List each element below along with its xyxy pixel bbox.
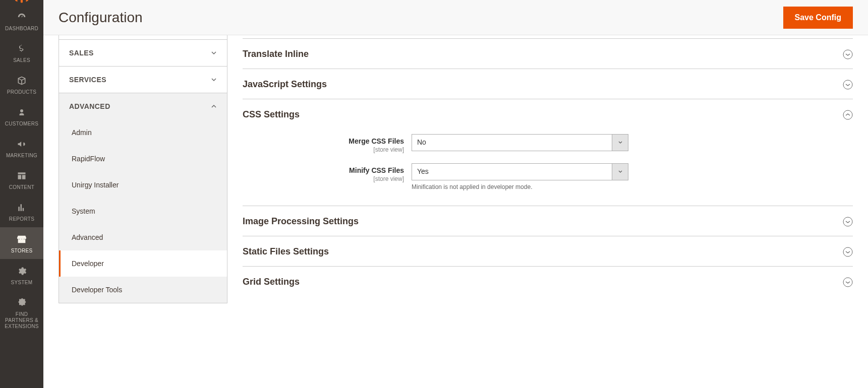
circle-chevron-down-icon [843,247,853,257]
tab-group-label: ADVANCED [69,102,110,110]
nav-stores[interactable]: STORES [0,227,43,259]
store-icon [16,233,28,245]
tab-item-label: Unirgy Installer [72,181,119,189]
section-body-css-settings: Merge CSS Files [store view] No Min [243,129,853,206]
nav-reports[interactable]: REPORTS [0,196,43,227]
svg-point-3 [843,217,852,226]
select-value: Yes [412,164,612,180]
config-tabs: CUSTOMERS SALES SERVICES ADVANCED [59,33,227,303]
tab-item-label: Developer Tools [72,286,122,294]
section-toggle-javascript-settings[interactable]: JavaScript Settings [243,69,853,99]
tab-item-developer[interactable]: Developer [59,250,227,277]
select-minify-css-files[interactable]: Yes [412,163,628,180]
puzzle-icon [16,297,28,309]
circle-chevron-down-icon [843,277,853,287]
section-title: Image Processing Settings [243,216,359,227]
person-icon [16,106,28,118]
tab-item-label: Developer [72,260,104,268]
dollar-icon [16,43,28,55]
circle-chevron-down-icon [843,217,853,227]
nav-marketing[interactable]: MARKETING [0,132,43,164]
nav-label: MARKETING [4,153,39,159]
section-javascript-settings: JavaScript Settings [243,69,853,99]
save-config-button[interactable]: Save Config [783,7,853,29]
field-label: Minify CSS Files [349,166,404,174]
section-css-settings: CSS Settings Merge CSS Files [store view… [243,99,853,206]
nav-sales[interactable]: SALES [0,37,43,69]
tab-item-admin[interactable]: Admin [59,119,227,146]
admin-nav: DASHBOARD SALES PRODUCTS CUSTOMERS MARKE… [0,0,43,388]
section-static-files-settings: Static Files Settings [243,236,853,267]
svg-point-0 [843,50,852,59]
tab-group-label: SALES [69,49,94,57]
nav-label: PRODUCTS [5,89,39,95]
page-header: Configuration Save Config [43,0,868,35]
layout-icon [16,170,28,182]
tab-items-advanced: Admin RapidFlow Unirgy Installer System … [59,119,227,303]
section-title: Translate Inline [243,49,309,59]
tab-group-services[interactable]: SERVICES [59,67,227,93]
svg-point-5 [843,278,852,287]
field-scope: [store view] [243,175,404,182]
nav-label: CUSTOMERS [3,121,40,127]
page-title: Configuration [59,10,143,26]
chart-icon [16,202,28,214]
nav-label: FIND PARTNERS & EXTENSIONS [0,311,43,330]
tab-item-system[interactable]: System [59,198,227,224]
chevron-down-icon [211,50,217,56]
section-title: Static Files Settings [243,246,329,257]
section-toggle-grid-settings[interactable]: Grid Settings [243,267,853,296]
section-title: JavaScript Settings [243,79,327,90]
tab-group-sales[interactable]: SALES [59,40,227,66]
svg-point-4 [843,247,852,256]
nav-partners[interactable]: FIND PARTNERS & EXTENSIONS [0,291,43,335]
circle-chevron-down-icon [843,80,853,90]
nav-content[interactable]: CONTENT [0,164,43,196]
tab-item-label: System [72,207,95,215]
magento-logo[interactable] [0,0,43,5]
nav-label: REPORTS [7,216,36,222]
select-value: No [412,135,612,151]
dashboard-icon [16,11,28,23]
field-merge-css-files: Merge CSS Files [store view] No [243,134,853,153]
nav-customers[interactable]: CUSTOMERS [0,100,43,132]
nav-dashboard[interactable]: DASHBOARD [0,5,43,37]
nav-label: STORES [9,248,35,254]
section-toggle-css-settings[interactable]: CSS Settings [243,99,853,129]
box-icon [16,75,28,87]
section-image-processing-settings: Image Processing Settings [243,206,853,236]
nav-system[interactable]: SYSTEM [0,259,43,291]
nav-label: CONTENT [7,184,36,190]
circle-chevron-up-icon [843,110,853,120]
tab-item-developer-tools[interactable]: Developer Tools [59,277,227,303]
section-title: CSS Settings [243,109,300,120]
section-grid-settings: Grid Settings [243,267,853,296]
tab-item-label: RapidFlow [72,155,105,163]
section-translate-inline: Translate Inline [243,39,853,69]
section-toggle-image-processing-settings[interactable]: Image Processing Settings [243,206,853,236]
circle-chevron-down-icon [843,49,853,59]
section-title: Grid Settings [243,277,300,287]
field-note: Minification is not applied in developer… [412,183,628,190]
settings-panel: Translate Inline JavaScript Settings CSS… [227,35,853,303]
tab-group-advanced[interactable]: ADVANCED [59,93,227,119]
select-merge-css-files[interactable]: No [412,134,628,151]
svg-point-2 [843,110,852,119]
tab-item-unirgy-installer[interactable]: Unirgy Installer [59,172,227,198]
section-toggle-translate-inline[interactable]: Translate Inline [243,39,853,69]
nav-label: DASHBOARD [3,26,40,32]
nav-products[interactable]: PRODUCTS [0,69,43,100]
nav-label: SALES [11,57,32,63]
tab-item-label: Admin [72,128,92,137]
megaphone-icon [16,138,28,150]
tab-item-rapidflow[interactable]: RapidFlow [59,146,227,172]
section-toggle-static-files-settings[interactable]: Static Files Settings [243,236,853,266]
tab-group-label: SERVICES [69,76,106,84]
tab-item-advanced[interactable]: Advanced [59,224,227,250]
magento-logo-icon [13,0,30,6]
field-minify-css-files: Minify CSS Files [store view] Yes Minifi… [243,163,853,190]
dropdown-arrow-icon [612,164,628,180]
field-label: Merge CSS Files [349,137,404,145]
svg-point-1 [843,80,852,89]
tab-item-label: Advanced [72,233,103,241]
